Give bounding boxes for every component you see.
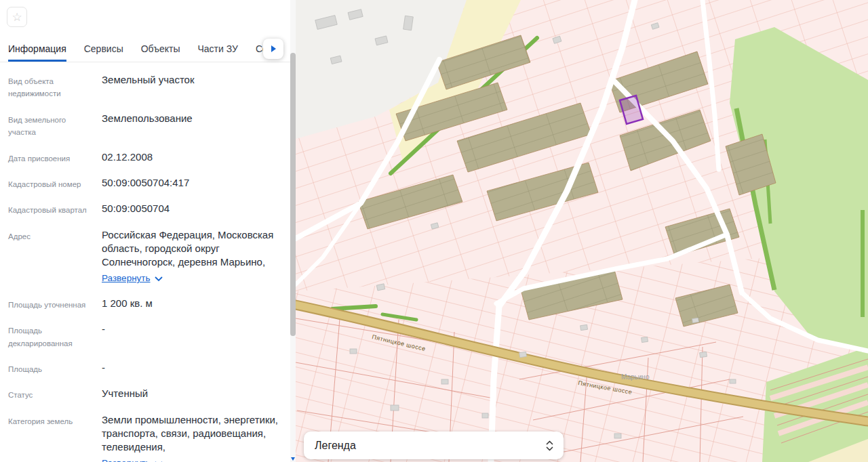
tab-item[interactable]: Объекты (141, 38, 180, 62)
field-value: - (102, 361, 282, 375)
tab-item[interactable]: Сервисы (84, 38, 123, 62)
scrollbar-thumb[interactable] (290, 53, 296, 336)
field-value: 50:09:0050704:417 (102, 176, 282, 190)
scroll-down-icon[interactable] (291, 457, 295, 461)
field-row: Дата присвоения02.12.2008 (8, 150, 282, 165)
map-container[interactable]: Пятницкое шоссе Пятницкое шоссе Марьино … (296, 0, 868, 462)
field-label: Категория земель (8, 413, 95, 462)
field-label: Площадь (8, 361, 95, 375)
chevron-right-icon (271, 45, 276, 52)
field-label: Вид земельного участка (8, 112, 95, 139)
field-row: Площадь уточненная1 200 кв. м (8, 297, 282, 311)
field-value: 1 200 кв. м (102, 297, 282, 311)
field-value: Российская Федерация, Московская область… (102, 228, 282, 285)
chevron-down-icon (155, 276, 163, 282)
field-row: Категория земельЗемли промышленности, эн… (8, 413, 282, 462)
field-value: 50:09:0050704 (102, 202, 282, 216)
field-row: Кадастровый квартал50:09:0050704 (8, 202, 282, 216)
tab-bar: ИнформацияСервисыОбъектыЧасти ЗУСоста (0, 38, 290, 62)
field-value: Землепользование (102, 112, 282, 139)
field-label: Дата присвоения (8, 150, 95, 165)
field-label: Статус (8, 387, 95, 401)
panel-scrollbar[interactable] (290, 0, 296, 462)
field-value: 02.12.2008 (102, 150, 282, 165)
place-label: Марьино (621, 373, 650, 381)
expand-link[interactable]: Развернуть (102, 457, 163, 462)
field-value: Учтенный (102, 387, 282, 401)
field-value: Земли промышленности, энергетики, трансп… (102, 413, 282, 462)
tabs-scroll-button[interactable] (263, 39, 283, 59)
field-row: Площадь- (8, 361, 282, 375)
tab-item[interactable]: Части ЗУ (197, 38, 237, 62)
field-row: Вид земельного участкаЗемлепользование (8, 112, 282, 139)
field-row: СтатусУчтенный (8, 387, 282, 401)
field-value: Земельный участок (102, 73, 282, 100)
field-value: - (102, 322, 282, 350)
field-label: Вид объекта недвижимости (8, 73, 95, 100)
expand-link[interactable]: Развернуть (102, 272, 163, 285)
field-row: Площадь декларированная- (8, 322, 282, 350)
field-row: АдресРоссийская Федерация, Московская об… (8, 228, 282, 285)
field-list: Вид объекта недвижимостиЗемельный участо… (8, 73, 282, 462)
field-label: Кадастровый номер (8, 176, 95, 190)
legend-bar[interactable]: Легенда (304, 432, 564, 459)
sort-arrows-icon[interactable] (545, 440, 554, 452)
field-row: Кадастровый номер50:09:0050704:417 (8, 176, 282, 190)
field-label: Адрес (8, 228, 95, 285)
favorite-button[interactable]: ☆ (7, 7, 27, 27)
field-label: Площадь декларированная (8, 322, 95, 350)
field-label: Кадастровый квартал (8, 202, 95, 216)
field-label: Площадь уточненная (8, 297, 95, 311)
info-panel: ☆ ИнформацияСервисыОбъектыЧасти ЗУСоста … (0, 0, 290, 462)
cadastral-map[interactable]: Пятницкое шоссе Пятницкое шоссе Марьино (296, 0, 868, 462)
star-icon: ☆ (12, 10, 22, 24)
legend-label: Легенда (315, 440, 356, 452)
tab-item[interactable]: Информация (8, 38, 66, 62)
field-row: Вид объекта недвижимостиЗемельный участо… (8, 73, 282, 100)
